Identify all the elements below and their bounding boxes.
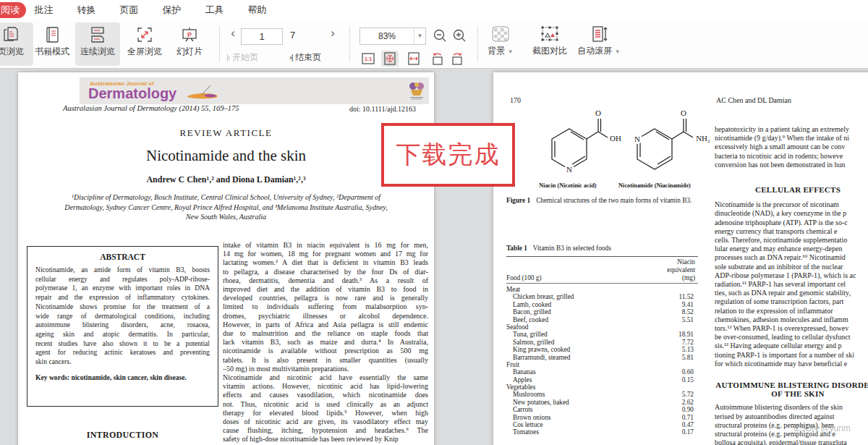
text-line: therapy for elevated blood lipids.⁵ Howe… [223,409,428,418]
menu-protect[interactable]: 保护 [162,0,182,20]
table-vitamin-b3: Table 1Vitamin B3 in selected foods Food… [506,245,698,436]
go-end-page-button[interactable]: ›| 结束页 [289,51,321,64]
autoimmune-heading: AUTOIMMUNE BLISTERING DISORDERSOF THE SK… [715,381,868,398]
menu-tools[interactable]: 工具 [205,0,224,20]
book-mode-button[interactable]: 书籍模式 [30,22,75,66]
text-line: rhoea, dermatitis, dementia and death.³ … [223,276,428,285]
book-mode-icon [43,25,61,44]
fit-page-button[interactable] [381,51,399,67]
right-text-column: hepatotoxicity in a patient taking an ex… [715,125,868,445]
text-line: Niacin [667,258,695,266]
zoom-in-button[interactable] [451,28,467,44]
toolbar-separator [219,26,220,62]
chevron-down-icon: ▼ [615,48,621,55]
text-line: Dermatology, Sydney Cancer Centre, Royal… [18,203,434,213]
menu-page[interactable]: 页面 [119,0,139,20]
download-complete-text: 下载完成 [396,138,501,171]
journal-logo-brush-icon [183,85,221,102]
menu-bar: 阅读 批注 转换 页面 保护 工具 帮助 [0,0,868,20]
text-line: ¹Discipline of Dermatology, Bosch Instit… [18,192,434,203]
text-line: doses of nicotinic acid are given, its v… [223,418,428,426]
table-row: Tuna, grilled18.91 [506,331,698,338]
text-line: tors.¹² When PARP-1 is overexpressed, ho… [715,324,868,333]
text-line: (mg) [667,274,695,282]
text-line: AUTOIMMUNE BLISTERING DISORDERS [715,381,868,389]
chevron-down-icon[interactable]: ▼ [414,28,425,44]
slideshow-button[interactable]: P 幻灯片 [169,22,210,66]
text-line: ADP-ribose polymerase 1 (PARP-1), which … [715,271,868,280]
go-start-page-button[interactable]: |‹ 开始页 [226,51,258,64]
text-line: radiation.¹¹ PARP-1 has several importan… [715,280,868,289]
zoom-out-button[interactable] [432,28,448,44]
rotate-left-button[interactable] [429,51,446,67]
atom-nh2: NH₂ [696,134,710,143]
pdf-page-right: 170 AC Chen and DL Damian N O [493,72,868,445]
cellular-effects-heading: CELLULAR EFFECTS [715,185,868,194]
atom-oh: OH [610,134,621,143]
rotate-right-icon [450,51,464,66]
menu-items: 批注 转换 页面 保护 工具 帮助 [34,0,267,20]
atom-o: O [595,109,601,117]
svg-text:1:1: 1:1 [365,56,372,62]
text-line: vitamin actions. However, nicotinic acid… [223,382,428,391]
text-line: nicotinamide (9 g/day).⁹ When the intake… [715,134,868,143]
slideshow-icon: P [180,25,199,44]
fit-page-icon [383,51,397,66]
continuous-view-label: 连续浏览 [80,46,115,56]
text-line: repair and the expression of inflammator… [35,293,210,302]
text-line: cellular energy and regulates poly-ADP-r… [35,275,210,284]
chevron-down-icon: ▼ [508,48,514,55]
screenshot-compare-button[interactable]: 截图对比 [526,23,574,56]
atom-n2: N [634,135,640,143]
menu-annotate[interactable]: 批注 [34,0,54,20]
text-line: chemokines, adhesion molecules and infla… [715,315,868,324]
fit-width-icon [407,51,421,66]
text-line: sole substrate and an inhibitor of the n… [715,263,868,271]
text-line: bacteria to nicotinic acid in rodents; h… [715,152,868,161]
text-line: Nicotinamide and nicotinic acid have ess… [223,373,428,382]
fullscreen-button[interactable]: 全屏浏览 [122,22,167,66]
auto-scroll-button[interactable]: 自动滚屏 ▼ [575,23,623,58]
page-view-button[interactable]: 页浏览 [0,22,33,66]
book-mode-label: 书籍模式 [35,46,69,56]
continuous-view-button[interactable]: 连续浏览 [75,22,120,66]
tab-read-active[interactable]: 阅读 [0,2,26,18]
text-line: excessively high a small amount can be c… [715,143,868,151]
text-line: ties, such as DNA repair and genomic sta… [715,289,868,297]
page-number-input[interactable] [241,28,283,45]
fullscreen-label: 全屏浏览 [127,46,162,56]
text-line: ageing skin and atopic dermatitis. In pa… [35,330,210,339]
fit-width-button[interactable] [405,51,422,67]
table-body: MeatChicken breast, grilled11.52Lamb, co… [506,286,698,436]
abstract-heading: ABSTRACT [35,253,210,261]
table-row: Tomatoes0.17 [506,428,698,436]
table-row: Beef, cooked5.51 [506,316,698,323]
text-line: bullosa acquisita), epidermal/tissue tra… [715,438,868,445]
table-row: Vegetables [506,383,698,391]
text-line: cells. Therefore, nicotinamide supplemen… [715,236,868,245]
text-line: –50 mg) in most multivitamin preparation… [223,365,428,373]
menu-convert[interactable]: 转换 [77,0,96,20]
table-row: Apples0.15 [506,376,698,383]
table-row: Brown onions0.71 [506,414,698,421]
actual-size-button[interactable]: 1:1 [359,51,377,67]
menu-help[interactable]: 帮助 [247,0,267,20]
rotate-right-button[interactable] [448,51,466,67]
zoom-level-select[interactable]: 83% ▼ [359,27,426,45]
text-line: limited to individuals suffering from ma… [223,302,428,311]
text-line: 14 mg for women, 18 mg for pregnant wome… [223,250,428,258]
col-header-food: Food (100 g) [506,274,542,281]
table-row: Carrots0.90 [506,406,698,413]
next-page-button[interactable]: › [327,26,339,41]
paragraph: hepatotoxicity in a patient taking an ex… [715,125,868,169]
prev-page-button[interactable]: ‹ [227,26,239,41]
text-line: lular energy and may enhance energy-depe… [715,245,868,253]
background-button[interactable]: 背景 ▼ [477,23,524,58]
text-line: not. Thus, nicotinic acid is used clinic… [223,400,428,409]
affiliations: ¹Discipline of Dermatology, Bosch Instit… [18,192,434,222]
actual-size-icon: 1:1 [361,51,375,66]
text-line: skin cancers. [35,357,210,367]
toolbar-separator [349,26,350,62]
text-line: tablets. It is also present in smaller q… [223,356,428,365]
table-row: New potatoes, baked2.62 [506,399,698,406]
